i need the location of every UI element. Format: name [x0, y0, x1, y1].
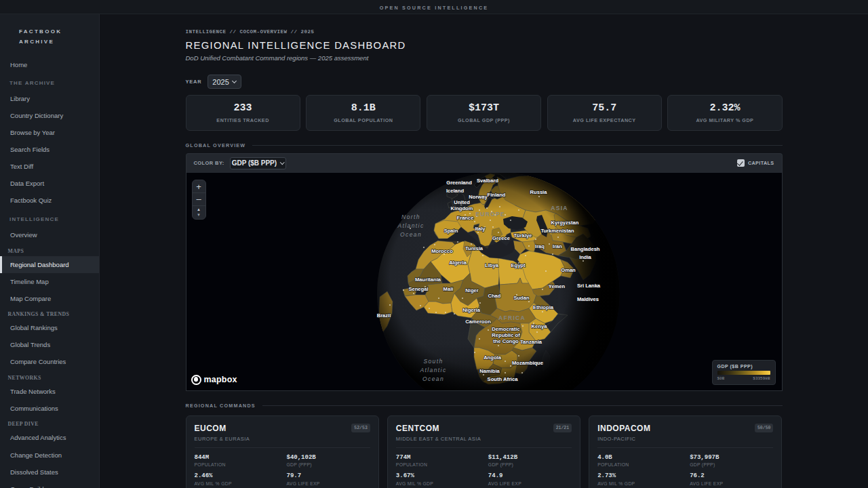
svg-text:Mozambique: Mozambique	[512, 360, 543, 366]
svg-text:France: France	[456, 215, 473, 221]
svg-text:Sudan: Sudan	[513, 295, 530, 301]
svg-text:Spain: Spain	[443, 228, 458, 234]
svg-text:AFRICA: AFRICA	[498, 314, 526, 321]
svg-text:Finland: Finland	[487, 192, 505, 198]
svg-text:Türkiye: Türkiye	[513, 232, 532, 239]
svg-text:Yemen: Yemen	[548, 283, 565, 289]
svg-text:UnitedKingdom: UnitedKingdom	[450, 199, 473, 211]
svg-text:Italy: Italy	[475, 226, 486, 232]
svg-text:Maldives: Maldives	[576, 296, 598, 302]
svg-text:Tunisia: Tunisia	[465, 245, 483, 251]
svg-text:Angola: Angola	[484, 354, 502, 361]
svg-text:Greenland: Greenland	[446, 180, 472, 186]
svg-text:Mauritania: Mauritania	[415, 277, 441, 283]
svg-text:Bangladesh: Bangladesh	[570, 246, 599, 252]
svg-text:Iran: Iran	[553, 243, 562, 249]
svg-text:South Africa: South Africa	[487, 376, 518, 382]
svg-text:Kenya: Kenya	[531, 323, 547, 329]
svg-text:Algeria: Algeria	[449, 260, 467, 266]
svg-text:Brazil: Brazil	[376, 312, 391, 319]
svg-text:ASIA: ASIA	[551, 205, 568, 211]
svg-text:NorthAtlanticOcean: NorthAtlanticOcean	[397, 214, 424, 238]
svg-text:Cameroon: Cameroon	[465, 319, 491, 325]
svg-text:Morocco: Morocco	[431, 248, 453, 254]
svg-text:DemocraticRepublic ofthe Congo: DemocraticRepublic ofthe Congo	[492, 326, 520, 344]
svg-text:Chad: Chad	[488, 293, 500, 299]
svg-text:Norway: Norway	[469, 194, 488, 200]
svg-text:Namibia: Namibia	[479, 368, 500, 374]
svg-text:Tanzania: Tanzania	[520, 339, 542, 345]
svg-text:Russia: Russia	[530, 189, 547, 195]
svg-text:India: India	[579, 254, 591, 260]
svg-text:Mali: Mali	[443, 286, 453, 292]
svg-text:EUROPE: EUROPE	[475, 211, 505, 218]
svg-text:Iceland: Iceland	[446, 188, 464, 194]
svg-text:Oman: Oman	[561, 267, 576, 273]
svg-text:Greece: Greece	[492, 235, 510, 241]
svg-text:Turkmenistan: Turkmenistan	[540, 228, 574, 234]
svg-text:Kyrgyzstan: Kyrgyzstan	[551, 220, 578, 226]
svg-text:Svalbard: Svalbard	[476, 178, 498, 184]
svg-text:Iraq: Iraq	[535, 243, 545, 249]
svg-text:Egypt: Egypt	[511, 262, 526, 268]
svg-text:SouthAtlanticOcean: SouthAtlanticOcean	[419, 358, 446, 382]
svg-text:Libya: Libya	[485, 262, 499, 268]
svg-text:Niger: Niger	[465, 287, 478, 293]
svg-text:Senegal: Senegal	[408, 286, 428, 292]
svg-text:Nigeria: Nigeria	[462, 307, 481, 313]
svg-text:Ethiopia: Ethiopia	[533, 304, 554, 310]
svg-text:Sri Lanka: Sri Lanka	[576, 283, 600, 289]
